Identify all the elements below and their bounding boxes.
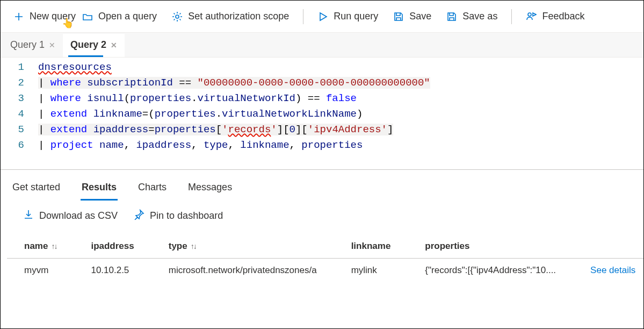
download-csv-label: Download as CSV [39,210,118,221]
open-query-label: Open a query [98,11,157,22]
tab-get-started[interactable]: Get started [11,178,61,201]
result-actions: Download as CSV Pin to dashboard [1,201,643,234]
new-query-label: New query [30,11,76,22]
results-table: name↑↓ ipaddress type↑↓ linkname propert… [7,234,644,282]
see-details-link[interactable]: See details [573,259,644,283]
table-row[interactable]: myvm10.10.2.5microsoft.network/privatedn… [7,259,644,283]
tab-label: Query 1 [10,39,45,51]
folder-open-icon [82,11,93,22]
pin-icon [134,209,144,223]
save-as-icon [446,11,457,22]
cell-type: microsoft.network/privatednszones/a [151,259,334,283]
col-ipaddress[interactable]: ipaddress [74,234,151,259]
toolbar-separator [303,9,303,24]
line-number: 5 [1,122,24,138]
save-as-label: Save as [462,11,497,22]
toolbar: New query 👆 Open a query Set authorizati… [1,1,643,33]
gear-icon [172,11,183,22]
svg-point-0 [176,15,179,18]
tab-query-2[interactable]: Query 2 ✕ [63,34,125,57]
sort-icon: ↑↓ [191,242,196,251]
run-query-label: Run query [334,11,378,22]
save-icon [393,11,404,22]
open-query-button[interactable]: Open a query [76,8,163,25]
auth-scope-label: Set authorization scope [188,11,289,22]
cell-linkname: mylink [334,259,408,283]
cell-name: myvm [7,259,74,283]
close-icon[interactable]: ✕ [49,41,55,49]
svg-point-1 [528,13,531,16]
cell-ipaddress: 10.10.2.5 [74,259,151,283]
code-line[interactable]: | where subscriptionId == "00000000-0000… [38,75,643,91]
tab-messages[interactable]: Messages [187,178,233,201]
col-name[interactable]: name↑↓ [7,234,74,259]
feedback-button[interactable]: Feedback [519,8,591,25]
code-line[interactable]: | extend linkname=(properties.virtualNet… [38,106,643,122]
plus-icon [13,11,24,22]
code-line[interactable]: dnsresources [38,60,643,75]
col-details [573,234,644,259]
close-icon[interactable]: ✕ [111,41,117,49]
line-number: 2 [1,75,24,91]
save-label: Save [409,11,431,22]
feedback-icon [526,11,537,22]
cell-properties: {"records":[{"ipv4Address":"10.... [408,259,573,283]
download-csv-button[interactable]: Download as CSV [23,209,118,223]
sort-icon: ↑↓ [51,242,56,251]
new-query-button[interactable]: New query [7,8,82,25]
tab-charts[interactable]: Charts [137,178,168,201]
pin-dashboard-button[interactable]: Pin to dashboard [134,209,223,223]
toolbar-separator [511,9,512,24]
col-type[interactable]: type↑↓ [151,234,334,259]
query-tab-row: Query 1 ✕ Query 2 ✕ [1,33,643,58]
tab-label: Query 2 [70,39,106,51]
save-as-button[interactable]: Save as [440,8,504,25]
tab-query-1[interactable]: Query 1 ✕ [3,34,63,57]
code-area[interactable]: dnsresources| where subscriptionId == "0… [38,60,643,153]
col-linkname[interactable]: linkname [334,234,408,259]
feedback-label: Feedback [542,11,584,22]
code-editor[interactable]: 123456 dnsresources| where subscriptionI… [1,58,643,170]
pin-dashboard-label: Pin to dashboard [150,210,223,221]
line-gutter: 123456 [1,60,38,153]
save-button[interactable]: Save [387,8,438,25]
line-number: 1 [1,60,24,75]
code-line[interactable]: | project name, ipaddress, type, linknam… [38,138,643,153]
download-icon [23,209,34,223]
line-number: 4 [1,106,24,122]
code-line[interactable]: | where isnull(properties.virtualNetwork… [38,91,643,106]
line-number: 6 [1,138,24,153]
auth-scope-button[interactable]: Set authorization scope [165,8,295,25]
col-properties[interactable]: properties [408,234,573,259]
line-number: 3 [1,91,24,106]
run-query-button[interactable]: Run query [311,8,385,25]
result-tab-row: Get started Results Charts Messages [1,170,643,201]
play-icon [317,11,328,22]
table-header-row: name↑↓ ipaddress type↑↓ linkname propert… [7,234,644,259]
code-line[interactable]: | extend ipaddress=properties['records']… [38,122,643,138]
tab-results[interactable]: Results [81,178,118,201]
